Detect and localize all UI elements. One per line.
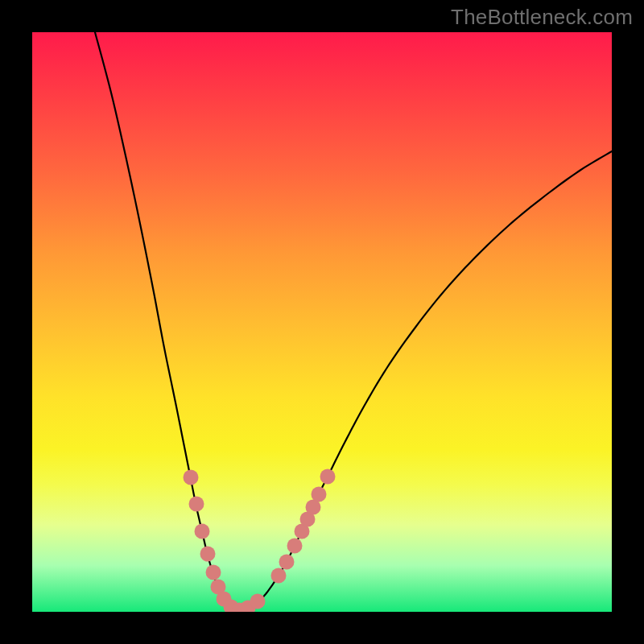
bead-marker: [189, 497, 204, 512]
beads-group: [184, 469, 336, 613]
bead-marker: [250, 594, 266, 609]
bottleneck-curve: [95, 32, 612, 611]
plot-svg: [32, 32, 612, 612]
bead-marker: [279, 555, 295, 570]
bead-marker: [271, 568, 287, 584]
bead-marker: [312, 487, 327, 502]
plot-area: [32, 32, 612, 612]
bead-marker: [200, 547, 216, 562]
watermark-text: TheBottleneck.com: [451, 5, 633, 30]
bead-marker: [320, 469, 336, 485]
chart-stage: TheBottleneck.com: [0, 0, 644, 644]
bead-marker: [184, 470, 199, 485]
bead-marker: [206, 565, 221, 580]
bead-marker: [195, 524, 210, 539]
bead-marker: [287, 539, 303, 554]
